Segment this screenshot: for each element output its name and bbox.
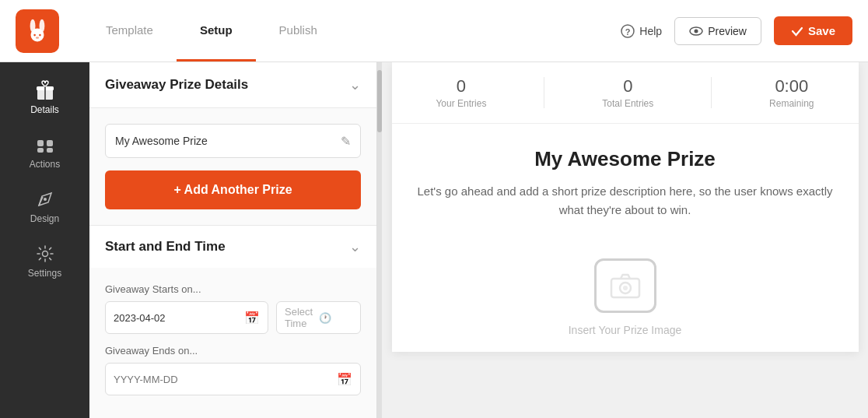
time-section-title: Start and End Time xyxy=(105,239,226,255)
clock-icon[interactable]: 🕐 xyxy=(319,312,353,324)
svg-point-9 xyxy=(695,29,698,33)
svg-point-5 xyxy=(36,37,39,39)
remaining-value: 0:00 xyxy=(769,76,814,97)
end-date-time-row: 📅 xyxy=(105,363,361,395)
settings-icon xyxy=(34,243,56,265)
end-date-input-wrap: 📅 xyxy=(105,363,361,395)
start-date-input-wrap: 📅 xyxy=(105,301,268,334)
end-calendar-icon[interactable]: 📅 xyxy=(337,372,352,387)
help-icon: ? xyxy=(621,24,635,38)
sidebar-item-design[interactable]: Design xyxy=(0,179,89,234)
sidebar-item-details[interactable]: Details xyxy=(0,70,89,125)
stat-divider-2 xyxy=(711,77,712,108)
main-layout: Details Actions Design Settin xyxy=(0,62,868,418)
end-date-input[interactable] xyxy=(114,374,337,385)
left-panel: Giveaway Prize Details ⌄ ✎ + Add Another… xyxy=(89,62,377,418)
total-entries-stat: 0 Total Entries xyxy=(602,76,653,109)
prize-section-title: Giveaway Prize Details xyxy=(105,77,248,93)
svg-text:?: ? xyxy=(625,26,631,36)
edit-icon[interactable]: ✎ xyxy=(341,134,351,149)
image-placeholder[interactable]: Insert Your Prize Image xyxy=(392,235,859,352)
add-prize-button[interactable]: + Add Another Prize xyxy=(105,170,361,209)
start-date-input[interactable] xyxy=(114,312,244,324)
remaining-stat: 0:00 Remaining xyxy=(769,76,814,109)
start-date-time-row: 📅 Select Time 🕐 xyxy=(105,301,361,334)
svg-point-16 xyxy=(44,198,47,201)
scroll-thumb[interactable] xyxy=(377,70,382,132)
nav-right: ? Help Preview Save xyxy=(621,16,852,45)
actions-icon xyxy=(34,134,56,156)
logo-icon xyxy=(24,18,51,44)
nav-tabs: Template Setup Publish xyxy=(82,0,621,61)
tab-setup[interactable]: Setup xyxy=(177,0,256,61)
svg-point-18 xyxy=(42,251,47,257)
sidebar-item-actions[interactable]: Actions xyxy=(0,125,89,179)
your-entries-stat: 0 Your Entries xyxy=(436,76,486,109)
prize-section-chevron[interactable]: ⌄ xyxy=(349,76,361,93)
prize-section-header: Giveaway Prize Details ⌄ xyxy=(89,62,376,108)
design-icon xyxy=(34,188,56,210)
remaining-label: Remaining xyxy=(769,98,814,109)
camera-icon-wrap xyxy=(594,258,656,313)
logo xyxy=(16,9,59,53)
time-section-body: Giveaway Starts on... 📅 Select Time 🕐 Gi… xyxy=(89,268,376,411)
time-section-header: Start and End Time ⌄ xyxy=(89,226,376,268)
your-entries-label: Your Entries xyxy=(436,98,486,109)
time-section-chevron[interactable]: ⌄ xyxy=(349,238,361,255)
camera-icon xyxy=(610,270,641,301)
tab-template[interactable]: Template xyxy=(82,0,177,61)
calendar-icon[interactable]: 📅 xyxy=(244,311,260,325)
gift-icon xyxy=(34,79,56,101)
insert-image-label: Insert Your Prize Image xyxy=(569,324,682,336)
scroll-bar[interactable] xyxy=(377,62,382,418)
sidebar: Details Actions Design Settin xyxy=(0,62,89,418)
svg-rect-15 xyxy=(47,148,53,153)
preview-prize-description: Let's go ahead and add a short prize des… xyxy=(415,182,835,220)
top-nav: Template Setup Publish ? Help Preview Sa… xyxy=(0,0,868,62)
total-entries-label: Total Entries xyxy=(602,98,653,109)
svg-rect-14 xyxy=(37,148,44,153)
svg-point-4 xyxy=(39,33,41,36)
svg-point-3 xyxy=(33,33,36,36)
your-entries-value: 0 xyxy=(436,76,486,97)
preview-button[interactable]: Preview xyxy=(674,17,761,45)
svg-rect-13 xyxy=(47,140,53,146)
help-button[interactable]: ? Help xyxy=(621,24,662,38)
right-preview-panel: 0 Your Entries 0 Total Entries 0:00 Rema… xyxy=(382,62,868,418)
svg-point-21 xyxy=(623,286,628,290)
total-entries-value: 0 xyxy=(602,76,653,97)
stats-row: 0 Your Entries 0 Total Entries 0:00 Rema… xyxy=(392,62,859,124)
svg-rect-12 xyxy=(37,140,44,146)
starts-label: Giveaway Starts on... xyxy=(105,283,361,295)
ends-label: Giveaway Ends on... xyxy=(105,345,361,357)
prize-name-input[interactable] xyxy=(115,135,341,147)
prize-name-input-row: ✎ xyxy=(105,124,361,158)
preview-card: 0 Your Entries 0 Total Entries 0:00 Rema… xyxy=(392,62,859,352)
prize-preview-content: My Awesome Prize Let's go ahead and add … xyxy=(392,124,859,235)
stat-divider-1 xyxy=(544,77,544,108)
preview-prize-name: My Awesome Prize xyxy=(415,147,835,171)
save-button[interactable]: Save xyxy=(774,16,852,45)
tab-publish[interactable]: Publish xyxy=(256,0,341,61)
start-time-input-wrap: Select Time 🕐 xyxy=(276,301,361,334)
prize-section-body: ✎ + Add Another Prize xyxy=(89,108,376,225)
sidebar-item-settings[interactable]: Settings xyxy=(0,234,89,288)
check-icon xyxy=(791,25,803,37)
eye-icon xyxy=(689,24,703,38)
svg-point-2 xyxy=(31,28,44,41)
